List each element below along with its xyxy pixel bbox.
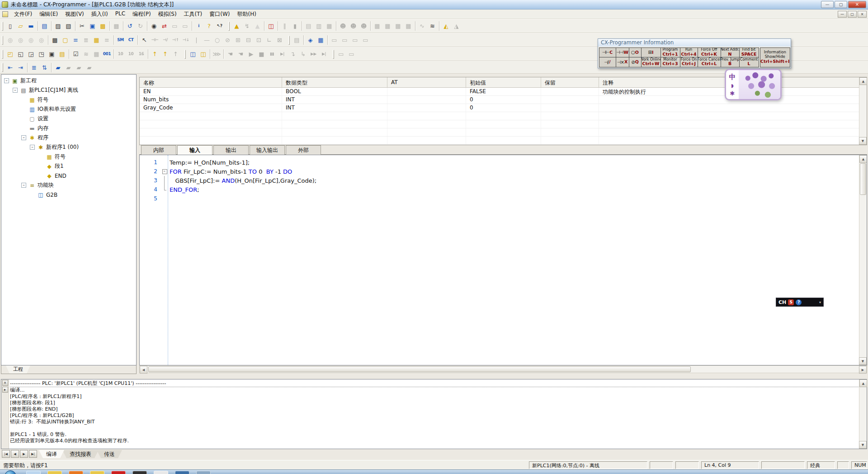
menu-3[interactable]: 插入(I)	[88, 9, 112, 19]
online-edit-cancel-icon[interactable]: ☻	[359, 21, 369, 31]
mnemonic-view-icon[interactable]: ≡	[102, 35, 112, 45]
open-file-icon[interactable]: ▱	[15, 21, 26, 31]
scroll-up-icon[interactable]: ▲	[859, 379, 867, 387]
info-cell-program[interactable]: ProgramCtrl+1	[660, 47, 680, 58]
st-code-editor[interactable]: ▲ ▼ 1Temp:= H_On[Num_bits-1];2FOR Fir_Lp…	[139, 155, 867, 365]
ime-language-icon[interactable]: 中	[729, 73, 736, 81]
language-bar-options-icon[interactable]: ▾	[819, 300, 821, 304]
scroll-left-icon[interactable]: ◀	[140, 366, 147, 374]
child-minimize-button[interactable]: —	[838, 11, 847, 18]
save-icon[interactable]: ▬	[26, 21, 36, 31]
indent-left-icon[interactable]: ⇤	[5, 62, 15, 72]
language-indicator[interactable]: CH	[778, 299, 786, 305]
ime-s-icon[interactable]: S	[788, 299, 794, 305]
output-tab-1[interactable]: 查找报表	[62, 450, 99, 458]
monitor-upload-icon[interactable]: ↑	[150, 49, 160, 59]
cut-icon[interactable]: ✂	[77, 21, 87, 31]
horizontal-line-icon[interactable]: —	[202, 35, 212, 45]
tree-item-8[interactable]: ▦符号	[1, 152, 136, 161]
code-line-4[interactable]: 4END_FOR;	[140, 185, 867, 194]
instruction-closed-icon[interactable]: ⊟	[243, 35, 254, 45]
scroll-up-icon[interactable]: ▲	[859, 77, 867, 85]
bookmark-toggle-icon[interactable]: ▰	[53, 62, 63, 72]
program-upload-icon[interactable]: ▥	[314, 21, 324, 31]
signed-decimal-view-icon[interactable]: 10	[126, 49, 136, 59]
compile-all-icon[interactable]: ≋	[81, 49, 91, 59]
line-corner-icon[interactable]: ∟	[264, 35, 274, 45]
taskbar-app-icon[interactable]	[175, 471, 189, 474]
window-project-icon[interactable]: ◰	[5, 49, 15, 59]
page-setup-icon[interactable]: ▤	[39, 21, 50, 31]
redo-icon[interactable]: ↻	[135, 21, 146, 31]
closed-contact-icon[interactable]: ⊣//	[599, 57, 616, 67]
start-button[interactable]	[5, 470, 16, 474]
tree-item-9[interactable]: ◆段1	[1, 161, 136, 171]
ime-widget[interactable]: 中 ◗ ✱	[725, 69, 782, 100]
coil-closed-icon[interactable]: ⊘	[222, 35, 233, 45]
fb-definition-icon[interactable]: ▦	[316, 35, 326, 45]
fb-tab-1[interactable]: 输入	[177, 145, 212, 155]
fb-protect-icon[interactable]: ◭	[441, 21, 451, 31]
output-tab-0[interactable]: 编译	[39, 450, 64, 458]
toolbar-handle[interactable]	[228, 22, 230, 31]
menu-0[interactable]: 文件(F)	[10, 9, 36, 19]
list-swap-icon[interactable]: ⇅	[39, 62, 50, 72]
pause-mode-icon[interactable]: ▮▮	[267, 49, 277, 59]
column-header-1[interactable]: 数据类型	[282, 77, 387, 87]
taskbar-app-icon[interactable]	[154, 471, 168, 474]
show-address-icon[interactable]: SM	[115, 35, 126, 45]
window-address-icon[interactable]: ▣	[47, 49, 57, 59]
tree-item-6[interactable]: –✱程序	[1, 133, 136, 142]
close-button[interactable]: ×	[848, 1, 866, 8]
online-edit-send-icon[interactable]: ☻	[348, 21, 359, 31]
st-tool-4-icon[interactable]: ▭	[360, 35, 371, 45]
fold-marker-icon[interactable]	[161, 185, 168, 194]
scroll-right-icon[interactable]: ▶	[859, 366, 867, 374]
tree-item-11[interactable]: –≡功能块	[1, 180, 136, 190]
online-edit-begin-icon[interactable]: ☻	[338, 21, 348, 31]
pause-monitor-icon[interactable]: ∥	[279, 21, 290, 31]
information-show-hide-cell[interactable]: Information Show/Hide Ctrl+Shift+I	[760, 47, 790, 67]
error-log-icon[interactable]: ▲	[231, 21, 242, 31]
child-restore-button[interactable]: ▢	[848, 11, 857, 18]
or-contact-icon[interactable]: ⊣⊣W	[616, 47, 629, 58]
paste-special-icon[interactable]: ▩	[111, 21, 122, 31]
window-xref-icon[interactable]: ◳	[36, 49, 47, 59]
bookmark-next-icon[interactable]: ▰	[63, 62, 74, 72]
scrollbar-thumb[interactable]	[860, 163, 866, 195]
info-cell-comment[interactable]: CommentL	[739, 57, 759, 67]
child-close-button[interactable]: ×	[858, 11, 867, 18]
window-output-icon[interactable]: ◱	[15, 49, 26, 59]
info-cell-force-off[interactable]: Force OffCtrl+K	[698, 47, 721, 58]
column-header-4[interactable]: 保留	[541, 77, 599, 87]
info-window-title[interactable]: CX-Programmer Information	[598, 39, 791, 47]
new-contact-icon[interactable]: ⊣⊢C	[599, 47, 616, 58]
st-tool-1-icon[interactable]: ▭	[329, 35, 340, 45]
info-cell-find-bit[interactable]: Find bitSPACE	[739, 47, 759, 58]
taskbar-app-icon[interactable]	[111, 471, 126, 474]
ime-moon-icon[interactable]: ◗	[731, 83, 734, 89]
help-icon[interactable]: ?	[204, 21, 214, 31]
variable-table-scrollbar[interactable]: ▲ ▼	[859, 77, 867, 145]
io-table-view-icon[interactable]: ▦	[372, 21, 382, 31]
copy-icon[interactable]: ▣	[87, 21, 98, 31]
toolbar-handle[interactable]	[333, 50, 334, 59]
program-check-icon[interactable]: ▤	[303, 21, 314, 31]
menu-8[interactable]: 窗口(W)	[206, 9, 233, 19]
time-chart-icon[interactable]: ▦	[393, 21, 403, 31]
fb-library-icon[interactable]: ◈	[305, 35, 316, 45]
column-header-2[interactable]: AT	[387, 77, 466, 87]
fb-tab-4[interactable]: 外部	[286, 145, 321, 155]
info-cell-work-online[interactable]: Work OnlineCtrl+W	[641, 57, 661, 67]
vertical-line-icon[interactable]: |	[191, 35, 202, 45]
instruction-icon[interactable]: ⊞I	[641, 47, 661, 58]
prev-tab-icon[interactable]: ◀	[11, 450, 19, 458]
indent-right-icon[interactable]: ⇥	[15, 62, 26, 72]
menu-7[interactable]: 工具(T)	[180, 9, 206, 19]
info-cell-next-addr-[interactable]: Next Addr.N	[721, 47, 740, 58]
table-row-empty[interactable]	[140, 120, 867, 128]
retrieve-icon[interactable]: ▭	[180, 21, 190, 31]
menu-5[interactable]: 编程(P)	[129, 9, 155, 19]
auto-online-icon[interactable]: ◫	[198, 49, 208, 59]
zoom-in-icon[interactable]: ◎	[15, 35, 26, 45]
